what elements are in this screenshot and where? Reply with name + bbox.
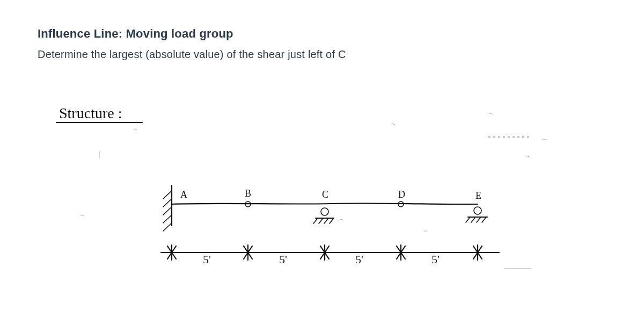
svg-line-14 bbox=[163, 199, 172, 207]
fixed-support-A bbox=[163, 185, 172, 231]
svg-line-6 bbox=[80, 215, 84, 216]
svg-point-18 bbox=[321, 208, 328, 215]
svg-line-22 bbox=[324, 218, 328, 224]
problem-title: Influence Line: Moving load group bbox=[38, 27, 606, 41]
svg-line-13 bbox=[163, 191, 172, 199]
problem-prompt: Determine the largest (absolute value) o… bbox=[38, 48, 606, 61]
svg-line-3 bbox=[488, 113, 492, 114]
svg-line-23 bbox=[330, 218, 334, 224]
svg-line-28 bbox=[477, 217, 481, 222]
svg-line-2 bbox=[392, 124, 395, 125]
label-E: E bbox=[475, 190, 481, 201]
page: Influence Line: Moving load group Determ… bbox=[0, 0, 644, 310]
svg-line-15 bbox=[163, 207, 172, 215]
label-A: A bbox=[180, 189, 187, 200]
svg-line-1 bbox=[134, 129, 137, 130]
svg-line-21 bbox=[319, 218, 323, 224]
label-B: B bbox=[245, 188, 251, 199]
svg-line-16 bbox=[163, 215, 172, 223]
svg-line-29 bbox=[482, 217, 486, 222]
structure-sketch: Structure : bbox=[48, 91, 585, 295]
beam bbox=[172, 203, 478, 204]
svg-line-20 bbox=[313, 218, 318, 224]
structure-heading: Structure : bbox=[59, 105, 122, 121]
support-E bbox=[466, 207, 487, 222]
span-1: 5' bbox=[203, 253, 211, 266]
svg-line-11 bbox=[338, 219, 342, 220]
svg-line-17 bbox=[163, 223, 172, 231]
sketch-svg: Structure : bbox=[48, 91, 585, 295]
svg-point-24 bbox=[474, 207, 481, 214]
span-2: 5' bbox=[279, 253, 287, 266]
support-C bbox=[313, 208, 334, 224]
svg-line-4 bbox=[526, 156, 529, 157]
svg-line-26 bbox=[466, 217, 470, 222]
svg-line-27 bbox=[471, 217, 475, 222]
label-D: D bbox=[398, 189, 405, 200]
label-C: C bbox=[322, 189, 328, 200]
dimension-line: 5' 5' 5' 5' bbox=[161, 245, 499, 266]
paper-noise bbox=[64, 113, 546, 269]
span-4: 5' bbox=[431, 253, 440, 266]
span-3: 5' bbox=[355, 253, 363, 266]
